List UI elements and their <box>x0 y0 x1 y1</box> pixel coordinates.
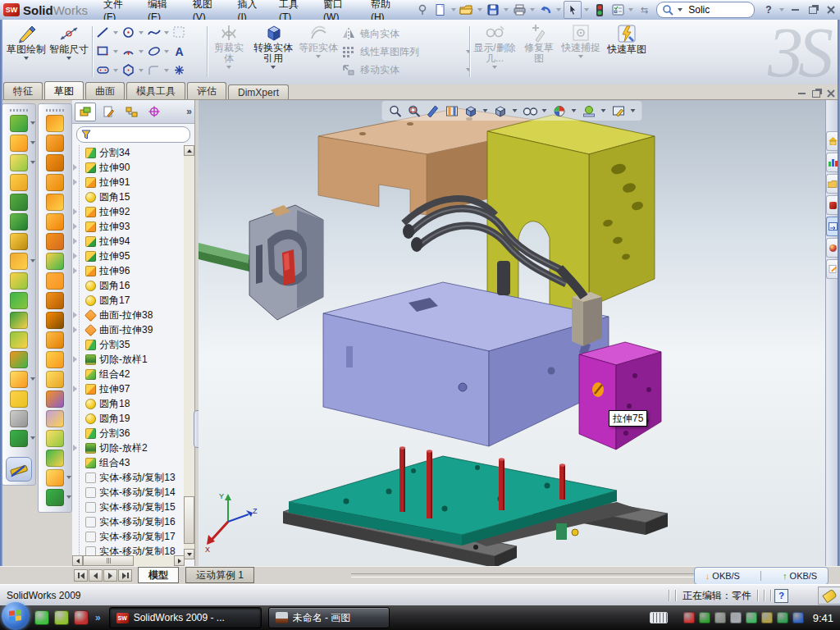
swept-boss-icon[interactable] <box>10 174 28 191</box>
rapid-sketch-button[interactable]: 快速草图 <box>605 23 648 80</box>
arc-tool-icon[interactable] <box>121 43 136 59</box>
propertymanager-tab[interactable] <box>98 103 119 121</box>
taskbar-button-paint[interactable]: 未命名 - 画图 <box>268 607 390 628</box>
trim-caret[interactable] <box>226 66 231 69</box>
search-input[interactable] <box>687 3 737 16</box>
feature-tree-item[interactable]: 实体-移动/复制14 <box>72 485 184 500</box>
smart-dimension-caret[interactable] <box>66 57 71 60</box>
tag-cell[interactable] <box>818 587 840 605</box>
tab-nav-prev-button[interactable] <box>89 569 103 582</box>
boundary-boss-icon[interactable] <box>10 213 28 231</box>
defender-shield-icon[interactable] <box>699 612 710 623</box>
tree-vertical-scrollbar[interactable] <box>184 145 194 559</box>
feature-tree-item[interactable]: 圆角16 <box>72 278 184 293</box>
zoom-fit-icon[interactable] <box>387 103 404 119</box>
replace-face-icon[interactable] <box>46 331 64 349</box>
ellipse-caret[interactable] <box>164 50 169 53</box>
spline-caret[interactable] <box>164 31 169 34</box>
move-copy-icon[interactable] <box>10 351 28 368</box>
feature-tree-item[interactable]: 拉伸91 <box>72 175 184 189</box>
feature-tree-item[interactable]: 拉伸90 <box>72 160 184 175</box>
feature-tree-item[interactable]: 曲面-拉伸39 <box>72 322 184 337</box>
view-orientation-caret[interactable] <box>483 109 488 112</box>
health-shield-icon[interactable] <box>777 612 788 623</box>
update-gear-icon[interactable] <box>714 612 726 623</box>
solidworks-resources-tab[interactable] <box>826 195 838 215</box>
view-settings-icon[interactable] <box>610 103 627 119</box>
child-restore-button[interactable] <box>812 90 820 98</box>
feature-tree-item[interactable]: 拉伸94 <box>72 234 184 249</box>
convert-caret[interactable] <box>271 66 276 69</box>
point-icon[interactable] <box>10 390 28 408</box>
game-icon[interactable] <box>54 610 69 625</box>
solidworks-launch-icon[interactable] <box>74 610 89 625</box>
line-caret[interactable] <box>113 31 118 34</box>
scene-caret[interactable] <box>601 109 606 112</box>
draft-icon[interactable] <box>10 233 28 250</box>
dome-icon[interactable] <box>46 450 64 467</box>
extruded-surface-icon[interactable] <box>46 115 64 132</box>
sync-status-icon[interactable] <box>792 612 804 623</box>
part-green-block[interactable] <box>556 523 567 540</box>
feature-tree-item[interactable]: 组合43 <box>72 455 184 470</box>
lofted-surface-icon[interactable] <box>46 174 64 191</box>
feature-tree-item[interactable]: 圆角19 <box>72 411 184 426</box>
tab-nav-first-button[interactable] <box>74 569 88 582</box>
expand-arrow-icon[interactable] <box>73 179 77 185</box>
command-tab[interactable]: 曲面 <box>85 82 125 99</box>
point-tool-icon[interactable] <box>171 62 187 78</box>
expand-arrow-icon[interactable] <box>73 445 77 451</box>
rectangle-caret[interactable] <box>113 50 118 53</box>
select-menu-caret[interactable] <box>584 8 589 11</box>
taskbar-button-solidworks[interactable]: SW SolidWorks 2009 - ... <box>109 607 262 628</box>
offset-caret[interactable] <box>316 55 321 58</box>
select-entities-icon[interactable] <box>171 25 187 40</box>
section-tool-icon[interactable] <box>425 103 441 119</box>
extrude-cut-icon[interactable] <box>10 135 28 152</box>
volume-icon[interactable] <box>730 612 742 623</box>
scroll-up-button[interactable] <box>184 145 194 156</box>
ruled-surface-icon[interactable] <box>46 272 64 290</box>
split-icon[interactable] <box>10 312 28 329</box>
expand-arrow-icon[interactable] <box>73 312 77 318</box>
measure-tool-button[interactable] <box>6 457 32 482</box>
sketch-fillet-caret[interactable] <box>164 69 169 72</box>
feature-tree-item[interactable]: 分割35 <box>72 337 184 352</box>
curve-icon[interactable] <box>10 430 28 447</box>
new-document-icon[interactable] <box>432 2 449 18</box>
language-keyboard-icon[interactable] <box>650 612 668 623</box>
upload-arrows-icon[interactable] <box>746 612 757 623</box>
feature-tree-item[interactable]: 分割36 <box>72 426 184 441</box>
expand-arrow-icon[interactable] <box>73 208 77 215</box>
feature-tree-item[interactable]: 曲面-拉伸38 <box>72 308 184 322</box>
feature-tree-item[interactable]: 拉伸93 <box>72 219 184 234</box>
offset-surface-icon[interactable] <box>46 253 64 270</box>
expand-arrow-icon[interactable] <box>73 386 77 392</box>
feature-tree-item[interactable]: 切除-放样2 <box>72 441 184 455</box>
part-cylinder-arm[interactable] <box>199 243 257 272</box>
model-tab[interactable]: 模型 <box>138 567 179 583</box>
sketch-button[interactable]: 草图绘制 <box>5 23 48 80</box>
quick-snaps-caret[interactable] <box>578 55 583 58</box>
command-tab[interactable]: DimXpert <box>228 84 289 99</box>
feature-tree-item[interactable]: 实体-移动/复制15 <box>72 500 184 514</box>
axis-icon[interactable] <box>10 410 28 427</box>
sketch-fillet-icon[interactable] <box>146 62 162 78</box>
panel-overflow-chevron[interactable]: » <box>186 106 192 117</box>
security-shield-icon[interactable] <box>683 612 695 623</box>
polygon-caret[interactable] <box>139 69 144 72</box>
mirror-entities-button[interactable]: 镜向实体 <box>341 25 472 43</box>
expand-arrow-icon[interactable] <box>73 223 77 230</box>
rectangle-tool-icon[interactable] <box>95 43 111 59</box>
reference-geometry-icon[interactable] <box>10 371 28 388</box>
line-tool-icon[interactable] <box>95 25 111 40</box>
feature-tree-item[interactable]: 拉伸97 <box>72 381 184 396</box>
spline-tool-icon[interactable] <box>146 25 162 40</box>
new-menu-caret[interactable] <box>451 8 456 11</box>
display-delete-relations-button[interactable]: 显示/删除几... <box>472 23 517 80</box>
start-button[interactable] <box>2 602 30 630</box>
command-tab[interactable]: 模具工具 <box>126 82 185 99</box>
surface-fillet-icon[interactable] <box>46 292 64 309</box>
smart-dimension-button[interactable]: 智能尺寸 <box>49 23 89 80</box>
sketch-flyout-caret[interactable] <box>24 57 29 60</box>
